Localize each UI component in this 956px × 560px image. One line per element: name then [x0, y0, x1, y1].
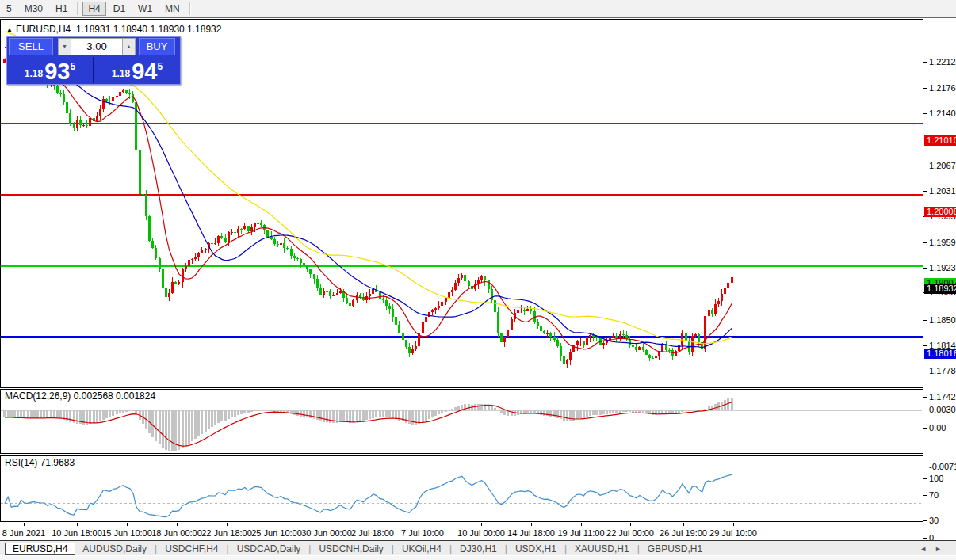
price-tick [923, 268, 927, 269]
time-tick-label: 10 Jun 18:00 [52, 528, 102, 538]
price-tick [923, 397, 927, 398]
mt4-window: 5M30H1H4D1W1MN MACD(12,26,9) 0.002568 0.… [0, 0, 956, 560]
buy-button[interactable]: BUY [139, 38, 175, 55]
volume-increase-button[interactable]: ▲ [122, 38, 136, 55]
time-tick-label: 2 Jul 18:00 [351, 528, 394, 538]
symbol-tab-ukoil[interactable]: UKOil,H4 [395, 543, 449, 555]
time-tick-label: 22 Jun 18:00 [201, 528, 252, 538]
sell-button[interactable]: SELL [9, 38, 53, 55]
time-tick-label: 18 Jun 00:00 [151, 528, 202, 538]
time-tick-label: 14 Jul 18:00 [507, 528, 555, 538]
time-tick [77, 523, 78, 526]
price-tick-label: 1.19230 [929, 263, 956, 272]
price-tick [923, 320, 927, 321]
time-tick [481, 523, 482, 526]
time-tick-label: 8 Jun 2021 [2, 528, 45, 538]
tab-separator: | [227, 543, 229, 554]
tab-separator: | [449, 543, 452, 554]
time-tick [24, 523, 25, 526]
time-axis[interactable]: 8 Jun 202110 Jun 18:0015 Jun 10:0018 Jun… [0, 523, 923, 540]
timeframe-button-d1[interactable]: D1 [108, 2, 131, 16]
macd-tick-label: 0.003031 [929, 405, 956, 414]
time-tick-label: 29 Jul 10:00 [709, 528, 757, 538]
time-tick [733, 523, 734, 526]
symbol-tab-usdchf[interactable]: USDCHF,H4 [158, 543, 225, 555]
timeframe-button-w1[interactable]: W1 [132, 2, 158, 16]
price-tick-label: 1.17420 [929, 392, 956, 402]
price-level-badge: 1.20008 [924, 207, 956, 217]
price-tick [923, 166, 927, 166]
price-tick [923, 62, 927, 63]
symbol-tab-xauusd[interactable]: XAUUSD,H1 [568, 543, 637, 555]
chart-area: MACD(12,26,9) 0.002568 0.001824RSI(14) 7… [0, 17, 956, 541]
timeframe-button-mn[interactable]: MN [159, 2, 185, 16]
time-tick [127, 523, 128, 526]
symbol-tab-usdx[interactable]: USDX,H1 [508, 543, 564, 555]
time-tick [327, 523, 327, 526]
chart-tab-bar: EURUSD,H4AUDUSD,Daily|USDCHF,H4|USDCAD,D… [0, 540, 956, 556]
macd-tick-label: 0.00 [929, 423, 946, 432]
time-tick [630, 523, 631, 526]
price-tick-label: 1.21760 [929, 83, 956, 93]
price-tick-label: 1.17780 [929, 366, 956, 375]
symbol-tab-gbpusd[interactable]: GBPUSD,H1 [641, 543, 709, 555]
price-tick [923, 113, 927, 114]
time-tick [277, 523, 277, 526]
tab-separator: | [392, 543, 394, 554]
price-tick-label: 1.20670 [929, 161, 956, 170]
status-strip [0, 555, 956, 560]
tab-separator: | [637, 543, 640, 554]
timeframe-button-h1[interactable]: H1 [50, 2, 73, 16]
price-level-badge: 1.18932 [924, 284, 956, 294]
rsi-tick-label: 70 [929, 490, 939, 500]
symbol-tab-eurusd[interactable]: EURUSD,H4 [5, 543, 75, 555]
price-tick-label: 1.21400 [929, 109, 956, 118]
price-tick [923, 345, 927, 346]
tab-separator: | [564, 543, 567, 554]
timeframe-button-h4[interactable]: H4 [82, 2, 105, 16]
timeframe-button-m30[interactable]: M30 [19, 2, 48, 16]
symbol-tab-audusd[interactable]: AUDUSD,Daily [75, 543, 154, 555]
symbol-tab-usdcad[interactable]: USDCAD,Daily [230, 543, 308, 555]
chart-title: ▲EURUSD,H4 1.18931 1.18940 1.18930 1.189… [6, 24, 221, 35]
macd-tick [923, 428, 927, 429]
time-tick-label: 26 Jul 19:00 [660, 528, 707, 538]
time-tick [683, 523, 684, 526]
price-tick [923, 191, 927, 192]
tab-separator: | [308, 543, 311, 554]
volume-input[interactable]: 3.00 [71, 38, 122, 55]
timeframe-button-5[interactable]: 5 [1, 2, 17, 16]
symbol-tab-dj30[interactable]: DJ30,H1 [453, 543, 504, 555]
symbol-tab-usdcnh[interactable]: USDCNH,Daily [312, 543, 390, 555]
time-tick [227, 523, 228, 526]
tab-separator: | [155, 543, 157, 554]
buy-price-display[interactable]: 1.18 94 5 [94, 57, 180, 83]
price-axis[interactable]: 1.221201.217601.214001.206701.203101.199… [923, 18, 956, 541]
price-tick-label: 1.20310 [929, 186, 956, 196]
rsi-label: RSI(14) 71.9683 [5, 457, 75, 468]
time-tick-label: 15 Jun 10:00 [101, 528, 152, 538]
collapse-icon[interactable]: ▲ [6, 26, 13, 33]
rsi-tick [923, 478, 927, 479]
tab-scroll-left-icon[interactable]: ◄ [920, 545, 935, 553]
rsi-tick-label: 30 [929, 516, 939, 525]
one-click-trading-panel: SELL ▼ 3.00 ▲ BUY 1.18 93 5 1.18 94 5 [6, 36, 181, 85]
volume-decrease-button[interactable]: ▼ [58, 38, 71, 55]
time-tick [531, 523, 532, 526]
macd-tick [923, 410, 927, 410]
time-tick [581, 523, 582, 526]
toolbar-separator [77, 2, 78, 15]
price-level-badge: 1.18016 [924, 349, 956, 359]
tab-scroll-right-icon[interactable]: ► [935, 545, 950, 553]
rsi-tick-label: 100 [929, 474, 943, 483]
macd-tick [923, 467, 927, 467]
rsi-tick [923, 495, 927, 496]
sell-price-display[interactable]: 1.18 93 5 [7, 57, 94, 83]
price-tick [923, 88, 927, 89]
chart-symbol-label: EURUSD,H4 [16, 24, 71, 35]
chart-canvas[interactable]: MACD(12,26,9) 0.002568 0.001824RSI(14) 7… [0, 19, 923, 523]
rsi-tick [923, 538, 927, 539]
time-tick-label: 19 Jul 11:00 [557, 528, 604, 538]
time-tick-label: 22 Jul 00:00 [606, 528, 654, 538]
price-tick-label: 1.22120 [929, 57, 956, 67]
